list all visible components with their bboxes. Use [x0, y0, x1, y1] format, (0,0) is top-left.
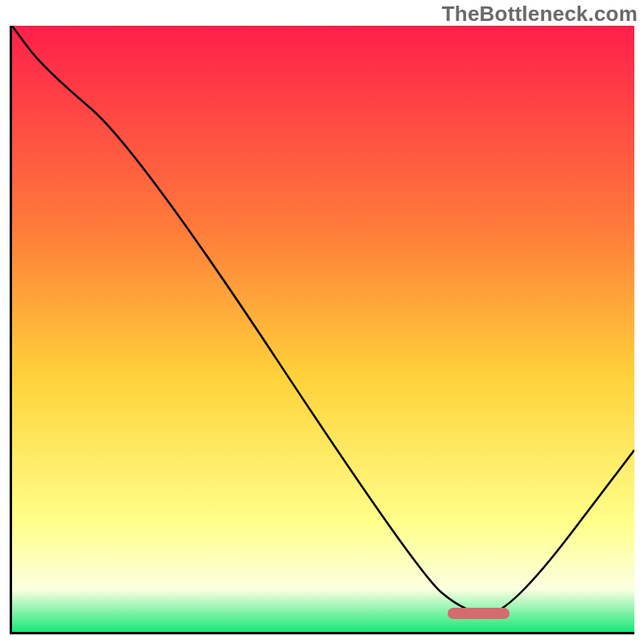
watermark-text: TheBottleneck.com — [442, 2, 638, 27]
bottleneck-curve — [12, 26, 634, 632]
optimal-range-marker — [448, 608, 510, 619]
plot-area — [10, 26, 634, 634]
chart-container: TheBottleneck.com — [0, 0, 644, 644]
